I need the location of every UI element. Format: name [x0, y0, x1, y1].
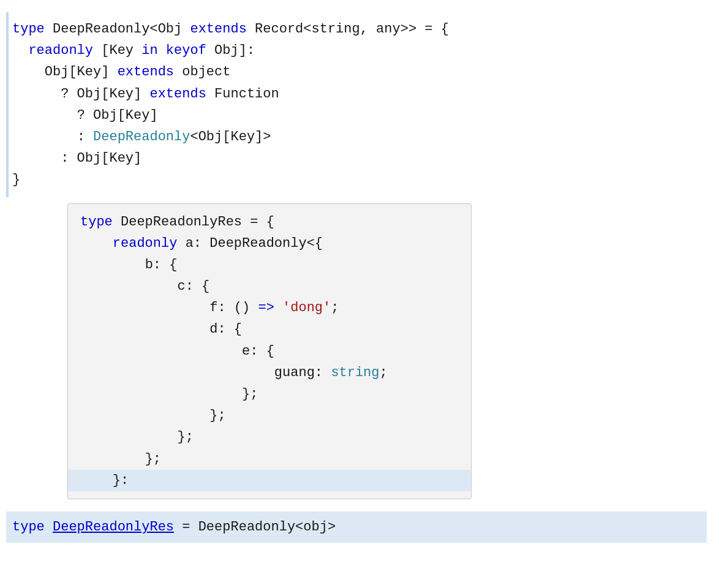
code-text: };: [145, 451, 161, 467]
code-line-5: ? Obj[Key]: [12, 105, 707, 126]
tooltip-line-1: type DeepReadonlyRes = {: [80, 211, 459, 233]
code-line-1: type DeepReadonly<Obj extends Record<str…: [12, 18, 707, 40]
kw-type-bottom: type: [12, 519, 45, 535]
code-line-8: }: [12, 169, 707, 190]
bottom-code-line: type DeepReadonlyRes = DeepReadonly<obj>: [6, 511, 707, 543]
code-text: [158, 43, 166, 58]
code-text: [Key: [93, 43, 141, 58]
bottom-line-content: type DeepReadonlyRes = DeepReadonly<obj>: [12, 516, 701, 538]
kw-type: type: [12, 21, 45, 37]
kw-readonly: readonly: [28, 43, 93, 58]
code-text: = DeepReadonly<obj>: [174, 519, 336, 535]
left-bar-indicator: [6, 12, 9, 197]
tooltip-line-5: f: () => 'dong';: [80, 297, 459, 318]
top-code-block: type DeepReadonly<Obj extends Record<str…: [6, 12, 707, 197]
code-text: b: {: [145, 257, 178, 273]
kw-type-tooltip: type: [80, 214, 113, 230]
code-text: ? Obj[Key]: [77, 108, 158, 123]
tooltip-line-6: d: {: [80, 318, 459, 340]
kw-extends3: extends: [149, 86, 206, 102]
code-line-6: : DeepReadonly<Obj[Key]>: [12, 126, 707, 148]
string-dong: 'dong': [282, 300, 331, 315]
kw-keyof: keyof: [166, 43, 206, 58]
code-text: f: (): [209, 300, 258, 315]
code-text: };: [242, 386, 258, 402]
tooltip-line-7: e: {: [80, 341, 459, 362]
code-line-7: : Obj[Key]: [12, 148, 707, 169]
code-text: ;: [380, 365, 388, 380]
tooltip-line-13: }:: [68, 470, 471, 491]
code-text: ? Obj[Key]: [61, 86, 149, 102]
kw-in: in: [141, 43, 157, 58]
tooltip-line-11: };: [80, 426, 459, 448]
code-text: DeepReadonlyRes = {: [113, 214, 274, 230]
tooltip-box: type DeepReadonlyRes = { readonly a: Dee…: [67, 203, 472, 499]
code-text: Obj[Key]: [45, 64, 118, 80]
code-container: type DeepReadonly<Obj extends Record<str…: [6, 12, 707, 543]
code-line-3: Obj[Key] extends object: [12, 61, 707, 83]
code-text: object: [174, 64, 230, 80]
kw-string-type: string: [331, 365, 379, 380]
code-text: Obj]:: [206, 43, 255, 58]
code-text: };: [209, 408, 225, 423]
tooltip-line-8: guang: string;: [80, 362, 459, 383]
code-text: : Obj[Key]: [61, 151, 141, 166]
code-text: }:: [113, 473, 129, 488]
code-text: }: [12, 172, 20, 187]
tooltip-line-12: };: [80, 448, 459, 470]
code-line-4: ? Obj[Key] extends Function: [12, 83, 707, 105]
kw-deepreadonly: DeepReadonly: [93, 129, 190, 145]
code-text: guang:: [274, 365, 331, 380]
code-text: <Obj[Key]>: [190, 129, 271, 145]
code-text: ;: [331, 300, 339, 315]
tooltip-line-3: b: {: [80, 254, 459, 276]
code-text: Function: [206, 86, 279, 102]
code-text: Record<string, any>> = {: [247, 21, 449, 37]
kw-extends: extends: [190, 21, 246, 37]
code-text: :: [77, 129, 93, 145]
code-text: d: {: [209, 322, 242, 337]
code-text: [45, 519, 53, 535]
code-text: [274, 300, 282, 315]
tooltip-line-9: };: [80, 383, 459, 405]
code-text: e: {: [242, 344, 274, 359]
code-text: DeepReadonly<Obj: [45, 21, 190, 37]
tooltip-line-2: readonly a: DeepReadonly<{: [80, 233, 459, 254]
kw-arrow: =>: [258, 300, 274, 315]
code-text: c: {: [177, 279, 209, 294]
deep-readonly-res-link[interactable]: DeepReadonlyRes: [53, 519, 174, 535]
code-text: };: [177, 429, 193, 445]
tooltip-line-4: c: {: [80, 276, 459, 297]
tooltip-line-10: };: [80, 405, 459, 426]
code-line-2: readonly [Key in keyof Obj]:: [12, 40, 707, 61]
kw-readonly-tooltip: readonly: [113, 236, 178, 251]
kw-extends2: extends: [118, 64, 174, 80]
code-text: a: DeepReadonly<{: [177, 236, 323, 251]
